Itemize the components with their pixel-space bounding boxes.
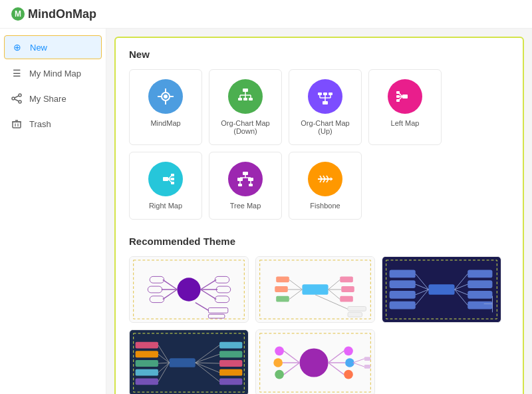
sidebar-item-my-mind-map[interactable]: ☰ My Mind Map: [0, 61, 106, 86]
share-icon: [11, 93, 23, 104]
svg-text:M: M: [15, 9, 21, 19]
org-up-svg: [315, 87, 335, 106]
svg-line-5: [15, 96, 19, 98]
trash-svg: [11, 118, 22, 129]
svg-rect-91: [276, 276, 289, 282]
map-card-mindmap[interactable]: MindMap: [129, 69, 202, 145]
theme3-preview: [382, 257, 501, 322]
theme-card-1[interactable]: [129, 256, 249, 323]
svg-rect-107: [390, 280, 416, 288]
svg-rect-114: [467, 270, 492, 278]
svg-rect-42: [396, 99, 400, 102]
svg-rect-28: [323, 93, 327, 95]
svg-rect-131: [136, 379, 158, 385]
svg-rect-7: [13, 122, 21, 128]
app-header: M MindOnMap: [0, 0, 532, 29]
svg-rect-41: [396, 95, 400, 98]
theme4-preview: [130, 330, 248, 394]
map-type-grid: MindMap: [129, 69, 509, 220]
svg-rect-105: [428, 284, 454, 295]
left-map-icon: [388, 79, 422, 114]
svg-rect-137: [219, 342, 242, 349]
svg-rect-164: [364, 357, 371, 361]
svg-rect-48: [171, 178, 174, 180]
sidebar-item-my-share[interactable]: My Share: [0, 86, 106, 111]
svg-point-149: [299, 348, 328, 377]
svg-rect-116: [467, 291, 492, 299]
svg-marker-66: [331, 177, 332, 181]
right-map-label: Right Map: [149, 202, 182, 210]
plus-icon: ⊕: [11, 41, 23, 53]
fishbone-icon: [308, 162, 342, 196]
map-card-org-up[interactable]: Org-Chart Map (Up): [289, 69, 362, 145]
svg-point-4: [19, 100, 21, 103]
theme2-preview: [256, 257, 374, 322]
sidebar-label-trash: Trash: [29, 119, 51, 129]
org-up-icon: [308, 79, 342, 114]
svg-rect-43: [163, 177, 168, 181]
svg-point-17: [164, 95, 168, 98]
recommended-section-title: Recommended Theme: [129, 236, 509, 247]
svg-rect-57: [249, 184, 253, 186]
svg-rect-141: [219, 379, 242, 385]
theme-card-3[interactable]: [382, 256, 501, 323]
svg-rect-50: [243, 172, 248, 175]
theme-card-5[interactable]: [255, 329, 375, 394]
fishbone-svg: [315, 169, 335, 189]
svg-rect-138: [219, 351, 242, 357]
svg-rect-101: [348, 306, 366, 311]
svg-rect-165: [364, 365, 371, 369]
theme1-preview: [130, 257, 248, 322]
svg-point-155: [275, 370, 284, 379]
svg-rect-25: [243, 98, 247, 100]
map-card-org-down[interactable]: Org-Chart Map (Down): [209, 69, 282, 145]
map-card-fishbone[interactable]: Fishbone: [289, 152, 362, 220]
svg-point-154: [273, 358, 283, 367]
svg-rect-97: [340, 276, 353, 282]
trash-icon: [11, 118, 23, 130]
svg-point-3: [12, 97, 15, 100]
theme5-preview: [256, 330, 374, 394]
left-map-label: Left Map: [391, 119, 420, 127]
sidebar-item-trash[interactable]: Trash: [0, 111, 106, 136]
map-card-tree-map[interactable]: Tree Map: [209, 152, 282, 220]
svg-rect-36: [402, 95, 408, 98]
map-card-left-map[interactable]: Left Map: [368, 69, 442, 145]
svg-point-69: [177, 278, 200, 301]
content-area: New MindMap: [106, 29, 532, 394]
svg-line-6: [15, 99, 19, 101]
mindmap-label: MindMap: [150, 119, 180, 127]
svg-rect-139: [219, 360, 242, 367]
mindmap-icon: [148, 79, 183, 114]
logo-text: MindOnMap: [28, 7, 96, 21]
svg-rect-140: [219, 369, 242, 376]
svg-rect-130: [136, 369, 158, 376]
svg-rect-99: [340, 296, 353, 302]
svg-rect-126: [170, 358, 196, 367]
svg-rect-102: [348, 312, 362, 317]
map-card-right-map[interactable]: Right Map: [129, 152, 202, 220]
org-up-label: Org-Chart Map (Up): [295, 119, 356, 135]
theme-card-4[interactable]: [129, 329, 249, 394]
svg-rect-108: [390, 291, 416, 299]
right-map-icon: [148, 162, 183, 196]
org-down-icon: [228, 79, 263, 114]
svg-rect-29: [329, 93, 332, 95]
sidebar-item-new[interactable]: ⊕ New: [4, 35, 102, 59]
left-map-svg: [395, 87, 415, 106]
tree-map-icon: [228, 162, 263, 196]
sidebar-label-my-mind-map: My Mind Map: [29, 69, 81, 79]
svg-rect-18: [243, 89, 248, 92]
svg-rect-129: [136, 360, 158, 367]
svg-rect-40: [396, 91, 400, 94]
tree-map-svg: [235, 169, 255, 189]
svg-point-160: [345, 358, 354, 367]
svg-rect-49: [171, 182, 174, 184]
svg-rect-109: [390, 301, 416, 309]
theme-grid: [129, 256, 509, 394]
svg-point-159: [344, 347, 353, 356]
content-box: New MindMap: [114, 37, 524, 394]
right-map-svg: [156, 169, 176, 189]
svg-rect-127: [136, 342, 158, 349]
theme-card-2[interactable]: [255, 256, 375, 323]
